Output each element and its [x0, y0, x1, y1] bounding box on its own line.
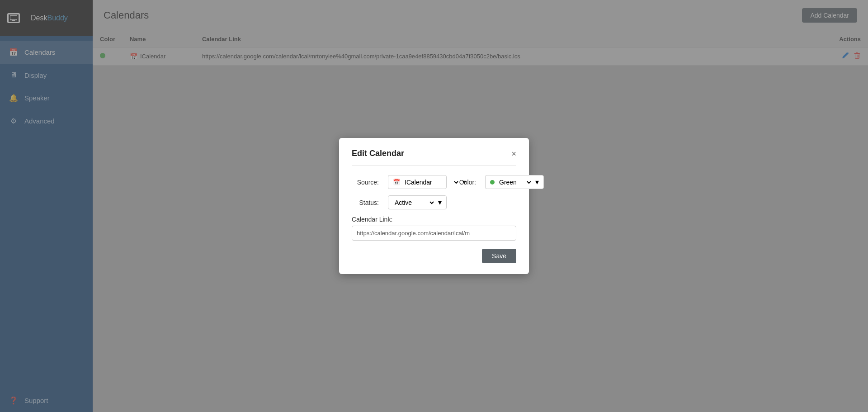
source-cal-icon: 📅: [393, 179, 400, 185]
calendar-link-group: Calendar Link:: [352, 216, 516, 241]
status-select[interactable]: Active Inactive: [393, 199, 435, 207]
calendar-link-label: Calendar Link:: [352, 216, 516, 223]
modal-close-button[interactable]: ×: [511, 150, 516, 158]
main-content: Calendars Add Calendar Color Name Calend…: [93, 0, 868, 412]
color-select[interactable]: Green Red Blue Yellow: [497, 178, 533, 186]
edit-calendar-modal: Edit Calendar × Source: 📅 ICalendar Goog…: [339, 138, 529, 274]
source-select-wrapper: 📅 ICalendar Google Calendar ▾: [388, 175, 447, 189]
modal-header: Edit Calendar ×: [352, 149, 516, 158]
color-label: Color:: [456, 179, 476, 186]
save-button[interactable]: Save: [482, 249, 516, 263]
color-dot-indicator: [490, 180, 495, 185]
calendar-link-input[interactable]: [352, 226, 516, 241]
status-row: Status: Active Inactive ▾: [352, 195, 516, 209]
color-dropdown-icon: ▾: [535, 178, 539, 186]
modal-footer: Save: [352, 249, 516, 263]
status-dropdown-icon: ▾: [438, 198, 442, 207]
modal-divider: [352, 166, 516, 166]
modal-title: Edit Calendar: [352, 149, 404, 158]
status-label: Status:: [352, 199, 379, 206]
source-label: Source:: [352, 179, 379, 186]
source-select[interactable]: ICalendar Google Calendar: [403, 178, 460, 186]
color-select-wrapper: Green Red Blue Yellow ▾: [485, 175, 544, 189]
status-select-wrapper: Active Inactive ▾: [388, 195, 447, 209]
source-row: Source: 📅 ICalendar Google Calendar ▾ Co…: [352, 175, 516, 189]
modal-overlay[interactable]: Edit Calendar × Source: 📅 ICalendar Goog…: [93, 0, 868, 412]
